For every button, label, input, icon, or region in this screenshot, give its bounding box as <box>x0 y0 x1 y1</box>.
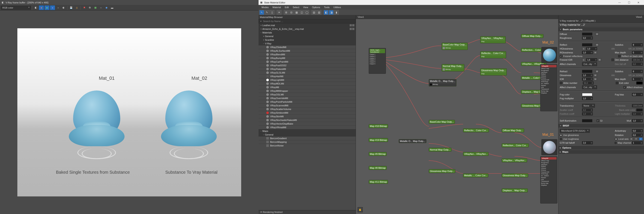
move-children-button[interactable]: ⊞ <box>284 10 288 15</box>
tree-item[interactable]: VRayPointParticleMtl <box>258 100 356 104</box>
browser-search[interactable]: Search by Name ... <box>258 19 356 23</box>
vfb-titlebar[interactable]: ◧ V-Ray frame buffer - [200% of 640 x 48… <box>0 0 258 5</box>
fogbias-spinner[interactable]: 0,0 <box>632 93 643 96</box>
layout-all-button[interactable]: ▤ <box>312 10 316 15</box>
tree-item[interactable]: BerconMapping <box>258 140 356 144</box>
menu-utilities[interactable]: Utilities <box>332 6 342 9</box>
menu-modes[interactable]: Modes <box>260 6 270 9</box>
affect-dropdown[interactable]: Col...nly <box>582 62 597 66</box>
fwdback-spinner[interactable]: 1,0 <box>582 112 593 115</box>
exitcolor-swatch[interactable] <box>636 82 643 84</box>
tree-item[interactable]: VRayBlendMtl <box>258 52 356 56</box>
minimize-button[interactable]: — <box>615 0 624 5</box>
channel-r-button[interactable]: ● <box>39 5 44 10</box>
close-button[interactable]: ✕ <box>634 0 643 5</box>
node-normal[interactable]: Normal Map Outp...Bitmap <box>442 64 464 72</box>
node-refl-b[interactable]: Reflectio... Color Cor... <box>463 128 489 132</box>
fog-color[interactable] <box>582 93 592 96</box>
color-corrections-button[interactable]: ▬ <box>110 5 115 10</box>
tree-general[interactable]: +General <box>258 34 356 38</box>
dimdist-check[interactable] <box>612 58 614 61</box>
maximize-button[interactable]: ☐ <box>625 0 633 5</box>
save-button[interactable]: 💾 <box>68 5 74 10</box>
node-vraynor-b2[interactable]: VRayNor... VRayNor... <box>502 158 527 162</box>
abbe-spinner[interactable]: 50,0 <box>583 82 594 84</box>
tree-item[interactable]: VRayMtlWrapper <box>258 89 356 93</box>
refrgloss-spinner[interactable]: 1,0 <box>582 74 593 77</box>
sme-titlebar[interactable]: ▩ Slate Material Editor — ☐ ✕ <box>258 0 644 5</box>
refract-map[interactable]: M <box>595 70 599 73</box>
backside-color[interactable] <box>636 108 643 112</box>
gtr-spinner[interactable]: 2,0 <box>582 141 593 144</box>
tree-vray[interactable]: −V-Ray <box>258 42 356 45</box>
node-map11[interactable]: Map #11 Bitmap <box>369 180 388 184</box>
tree-materials[interactable]: −Materials <box>258 31 356 34</box>
refl-back-check[interactable] <box>618 55 621 58</box>
param-nav-header[interactable]: V-Ray material for ...2' ( VRayMtl ) <box>558 19 644 23</box>
abbe-check[interactable] <box>560 82 562 84</box>
tree-item[interactable]: VRayScannedMtl <box>258 104 356 107</box>
clear-button[interactable]: ✖ <box>82 5 87 10</box>
rotation-spinner[interactable]: 0,0 <box>632 134 643 136</box>
node-gloss-b[interactable]: Glossiness Map Outp... <box>429 169 455 173</box>
tree-item[interactable]: VRayScatterVolume <box>258 107 356 111</box>
tree-item[interactable]: VRayStochasticFlakesMtl <box>258 118 356 122</box>
rgloss-spinner[interactable]: 1,0 <box>582 51 593 54</box>
channel-g-button[interactable]: ● <box>44 5 50 10</box>
show-bg-button[interactable]: ◫ <box>299 10 304 15</box>
parameter-editor-button[interactable]: ◨ <box>329 10 334 15</box>
dimdist-spinner[interactable]: 100,0m <box>632 58 643 61</box>
refr-maxdepth[interactable]: 5 <box>632 78 643 81</box>
dimfall-spinner[interactable]: 0,0 <box>632 62 643 66</box>
menu-tools[interactable]: Tools <box>322 6 331 9</box>
region-button[interactable]: ▦ <box>93 5 98 10</box>
node-mat02-output[interactable]: VRayMtlDiffuse mapRoughnessSelf-illumRef… <box>540 64 558 111</box>
node-mat01-output[interactable]: VRayMtlDiffuse mapRoughnessSelf-illumRef… <box>540 156 558 204</box>
node-metallic2-b[interactable]: Metallic ... Color Cor... <box>463 174 488 177</box>
mapch-spinner[interactable]: 1 <box>632 141 643 144</box>
tree-item[interactable]: VRayVectorDisplBake <box>258 122 356 126</box>
affect-shadows-check[interactable] <box>624 86 626 88</box>
tree-item[interactable]: VRayVRmatMtl <box>258 126 356 129</box>
tree-item[interactable]: VRayCarPaintMtl <box>258 60 356 64</box>
track-mouse-button[interactable]: ↔ <box>98 5 104 10</box>
duplicate-button[interactable]: ⧉ <box>87 5 92 10</box>
mapch-radio[interactable] <box>614 142 617 144</box>
tree-item[interactable]: VRayMDLMtl <box>258 82 356 85</box>
hide-children-button[interactable]: ⊟ <box>289 10 294 15</box>
tree-item[interactable]: BerconNoise <box>258 144 356 147</box>
lightmult-spinner[interactable]: 1,0 <box>632 112 643 115</box>
ior-map[interactable]: M <box>594 78 597 81</box>
channel-dropdown[interactable]: RGB color <box>1 6 31 10</box>
preview-mat02[interactable] <box>541 47 558 63</box>
assign-button[interactable]: ▯ <box>270 10 274 15</box>
refrgloss-map[interactable]: M <box>594 74 597 77</box>
roughness-spinner[interactable]: 0,0 <box>582 36 593 40</box>
fresnel-lock[interactable]: L <box>582 58 586 61</box>
refr-affect-dropdown[interactable]: Col...nly <box>582 85 597 89</box>
tree-item[interactable]: VRayBumpMtl <box>258 56 356 60</box>
fogmult-spinner[interactable]: 1,0 <box>582 97 593 100</box>
node-map9[interactable]: Map #9 Bitmap <box>369 152 387 156</box>
tree-maps-general[interactable]: −General <box>258 133 356 136</box>
tree-leather[interactable]: +Leather.mat <box>258 23 356 27</box>
thickness-spinner[interactable]: 1000,0m <box>632 104 643 107</box>
channel-rgb-button[interactable]: ◧ <box>33 5 38 10</box>
node-map19[interactable]: Map #19 Bitmap <box>369 138 388 142</box>
diffuse-map-btn[interactable]: M <box>595 32 599 36</box>
node-reflection-b[interactable]: Reflection... Color Cor... <box>502 144 529 147</box>
menu-options[interactable]: Options <box>310 6 322 9</box>
save-all-button[interactable]: ⎙ <box>74 5 79 10</box>
tree-item[interactable]: VRayOverrideMtl <box>258 96 356 100</box>
rollout-basic[interactable]: Basic parameters <box>558 27 644 31</box>
hgloss-lock[interactable]: L <box>582 47 586 50</box>
view-canvas[interactable]: SIGN_hight... Substance2Output 1Output 2… <box>356 19 558 214</box>
tree-item[interactable]: VRayLightMtl <box>258 78 356 82</box>
tree-item[interactable]: VRaySimbiontMtl <box>258 111 356 114</box>
pick-material-button[interactable]: ↖ <box>260 10 264 15</box>
tree-item[interactable]: VRay2SidedMtl <box>258 45 356 49</box>
tree-item[interactable]: VRayHairMtl <box>258 74 356 78</box>
node-displace-b[interactable]: Displace... Map Outp... <box>502 188 528 192</box>
fresnelior-spinner[interactable]: 1,6 <box>586 58 597 61</box>
selfillum-mult[interactable]: 1,0 <box>632 119 643 122</box>
